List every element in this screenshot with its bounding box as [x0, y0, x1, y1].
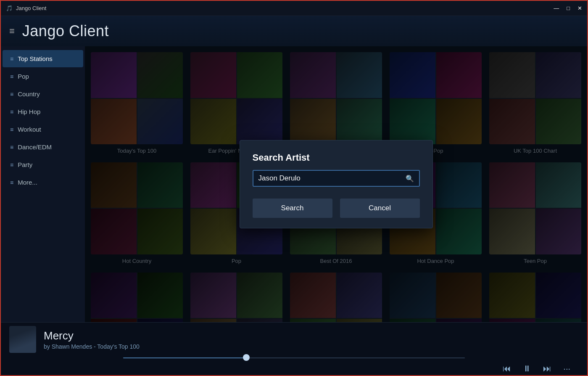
now-playing-info: Mercy by Shawn Mendes - Today's Top 100 — [9, 326, 579, 353]
minimize-button[interactable]: — — [554, 5, 559, 11]
close-button[interactable]: ✕ — [577, 5, 582, 11]
sidebar-item-party[interactable]: ≡ Party — [3, 156, 83, 173]
search-artist-modal: Search Artist 🔍 Search Cancel — [240, 140, 433, 228]
sidebar-item-more[interactable]: ≡ More... — [3, 174, 83, 191]
list-icon-pop: ≡ — [10, 73, 13, 80]
modal-title: Search Artist — [253, 152, 420, 163]
next-button[interactable]: ⏭ — [543, 364, 551, 373]
sidebar-label-pop: Pop — [18, 73, 29, 80]
sidebar-label-top-stations: Top Stations — [18, 55, 53, 62]
track-info: Mercy by Shawn Mendes - Today's Top 100 — [44, 329, 140, 350]
titlebar: 🎵 Jango Client — □ ✕ — [1, 1, 587, 16]
list-icon-country: ≡ — [10, 91, 13, 98]
list-icon-hip-hop: ≡ — [10, 109, 13, 115]
list-icon-party: ≡ — [10, 162, 13, 168]
titlebar-title: Jango Client — [16, 5, 46, 11]
progress-bar[interactable] — [123, 357, 465, 359]
sidebar-item-workout[interactable]: ≡ Workout — [3, 121, 83, 138]
artist-search-input[interactable] — [258, 174, 406, 183]
sidebar-label-party: Party — [18, 161, 32, 168]
prev-button[interactable]: ⏮ — [503, 364, 511, 373]
content-area: Today's Top 100 Ear Poppin' New Music — [85, 46, 587, 322]
progress-track — [123, 357, 465, 358]
sidebar-item-country[interactable]: ≡ Country — [3, 85, 83, 103]
titlebar-app-info: 🎵 Jango Client — [6, 5, 46, 11]
app-header: ≡ Jango Client — [1, 16, 587, 46]
search-button[interactable]: Search — [253, 199, 332, 218]
hamburger-icon[interactable]: ≡ — [9, 26, 15, 37]
modal-action-buttons: Search Cancel — [253, 199, 420, 218]
titlebar-icon: 🎵 — [6, 5, 13, 11]
list-icon-workout: ≡ — [10, 126, 13, 133]
list-icon-dance: ≡ — [10, 144, 13, 151]
sidebar: ≡ Top Stations ≡ Pop ≡ Country ≡ Hip Hop… — [1, 46, 85, 322]
app-title: Jango Client — [22, 22, 109, 40]
list-icon: ≡ — [10, 56, 13, 62]
sidebar-item-hip-hop[interactable]: ≡ Hip Hop — [3, 103, 83, 120]
sidebar-label-more: More... — [18, 179, 37, 186]
sidebar-label-country: Country — [18, 90, 40, 98]
sidebar-item-pop[interactable]: ≡ Pop — [3, 68, 83, 85]
search-input-wrap[interactable]: 🔍 — [253, 170, 420, 187]
album-art — [9, 326, 36, 353]
sidebar-item-top-stations[interactable]: ≡ Top Stations — [3, 50, 83, 67]
search-magnifier-icon: 🔍 — [406, 175, 414, 183]
sidebar-item-dance-edm[interactable]: ≡ Dance/EDM — [3, 138, 83, 156]
progress-fill — [123, 357, 246, 358]
now-playing-bar: Mercy by Shawn Mendes - Today's Top 100 … — [1, 322, 587, 376]
player-controls: ⏮ ⏸ ⏭ ··· — [9, 359, 579, 373]
sidebar-label-dance: Dance/EDM — [18, 143, 52, 151]
titlebar-controls: — □ ✕ — [554, 5, 582, 11]
sidebar-label-workout: Workout — [18, 126, 41, 133]
pause-button[interactable]: ⏸ — [523, 364, 531, 373]
maximize-button[interactable]: □ — [567, 5, 570, 11]
more-button[interactable]: ··· — [563, 364, 570, 373]
album-thumbnail — [9, 326, 36, 353]
modal-overlay: Search Artist 🔍 Search Cancel — [85, 46, 587, 322]
main-layout: ≡ Top Stations ≡ Pop ≡ Country ≡ Hip Hop… — [1, 46, 587, 322]
track-artist: by Shawn Mendes - Today's Top 100 — [44, 343, 140, 350]
track-name: Mercy — [44, 329, 140, 342]
progress-thumb[interactable] — [243, 354, 250, 361]
sidebar-label-hip-hop: Hip Hop — [18, 108, 40, 115]
list-icon-more: ≡ — [10, 179, 13, 186]
cancel-button[interactable]: Cancel — [340, 199, 420, 218]
